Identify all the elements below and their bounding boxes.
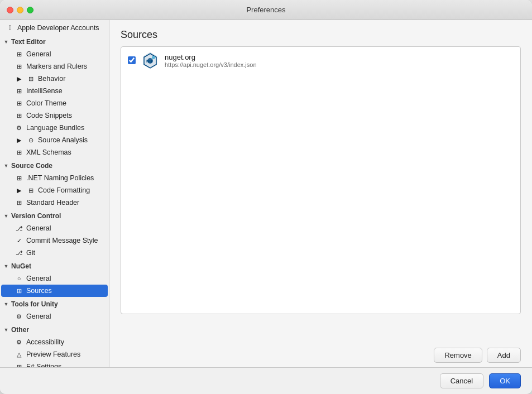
close-button[interactable] [7,7,13,13]
sidebar-section-source-code: ▼ Source Code ⊞ .NET Naming Policies ▶ ⊞… [0,160,109,209]
source-row-nuget-org: Nu nuget.org https://api.nuget.org/v3/in… [121,47,520,74]
nuget-org-icon: Nu [141,51,159,69]
behavior-icon: ⊞ [26,74,35,83]
sidebar-item-code-formatting[interactable]: ▶ ⊞ Code Formatting [1,184,108,196]
sidebar-item-standard-header[interactable]: ⊞ Standard Header [1,196,108,209]
commit-icon: ✓ [15,236,23,245]
chevron-down-icon-5: ▼ [2,300,10,308]
sidebar-item-fsharp-settings[interactable]: ⊞ F# Settings [1,361,108,367]
section-label-source-code: Source Code [11,162,52,170]
sidebar-item-xml-schemas[interactable]: ⊞ XML Schemas [1,146,108,158]
main-header: Sources [109,20,532,46]
sidebar-section-header-source-code[interactable]: ▼ Source Code [0,160,109,172]
content-area:  Apple Developer Accounts ▼ Text Editor… [0,20,532,367]
section-label-other: Other [11,326,29,334]
language-bundles-icon: ⚙ [15,123,23,132]
svg-point-3 [152,56,155,59]
sidebar-item-sources[interactable]: ⊞ Sources [1,285,108,297]
main-body: Nu nuget.org https://api.nuget.org/v3/in… [109,46,532,343]
xml-icon: ⊞ [15,148,23,157]
sidebar-item-language-bundles[interactable]: ⚙ Language Bundles [1,122,108,134]
sidebar-section-text-editor: ▼ Text Editor ⊞ General ⊞ Markers and Ru… [0,36,109,158]
sidebar-item-source-analysis[interactable]: ▶ ⊙ Source Analysis [1,134,108,146]
sidebar-section-nuget: ▼ NuGet ○ General ⊞ Sources [0,260,109,297]
sidebar-section-other: ▼ Other ⚙ Accessibility △ Preview Featur… [0,324,109,367]
sidebar-item-nuget-general[interactable]: ○ General [1,272,108,285]
code-snippets-icon: ⊞ [15,111,23,120]
standard-header-icon: ⊞ [15,198,23,207]
intellisense-icon: ⊞ [15,87,23,95]
list-footer-buttons: Remove Add [109,343,532,367]
sidebar-item-git[interactable]: ⎇ Git [1,247,108,259]
accessibility-icon: ⚙ [15,338,23,347]
bottom-bar: Cancel OK [0,367,532,394]
sidebar-item-code-snippets[interactable]: ⊞ Code Snippets [1,109,108,122]
sidebar-item-net-naming[interactable]: ⊞ .NET Naming Policies [1,172,108,184]
sidebar-section-version-control: ▼ Version Control ⎇ General ✓ Commit Mes… [0,210,109,259]
preview-features-icon: △ [15,350,23,359]
chevron-down-icon-6: ▼ [2,326,10,334]
sidebar-item-markers-rulers[interactable]: ⊞ Markers and Rulers [1,60,108,73]
add-button[interactable]: Add [487,348,521,363]
minimize-button[interactable] [17,7,23,13]
chevron-down-icon-3: ▼ [2,212,10,220]
section-label-version-control: Version Control [11,212,61,220]
sidebar-item-preview-features[interactable]: △ Preview Features [1,348,108,361]
traffic-lights [7,7,33,13]
sidebar-item-commit-message[interactable]: ✓ Commit Message Style [1,234,108,247]
git-icon: ⎇ [15,248,23,257]
apple-icon:  [6,23,15,32]
general-icon: ⊞ [15,50,23,59]
source-url: https://api.nuget.org/v3/index.json [165,61,257,68]
sidebar-section-header-other[interactable]: ▼ Other [0,324,109,336]
unity-general-icon: ⚙ [15,312,23,321]
sidebar-item-accessibility[interactable]: ⚙ Accessibility [1,336,108,348]
sidebar-item-unity-general[interactable]: ⚙ General [1,310,108,323]
source-checkbox-nuget-org[interactable] [128,56,136,64]
sidebar:  Apple Developer Accounts ▼ Text Editor… [0,20,109,367]
cancel-button[interactable]: Cancel [440,373,483,388]
vc-general-icon: ⎇ [15,224,23,233]
maximize-button[interactable] [27,7,33,13]
remove-button[interactable]: Remove [434,348,482,363]
fsharp-icon: ⊞ [15,362,23,367]
sidebar-section-header-tools-unity[interactable]: ▼ Tools for Unity [0,298,109,310]
code-formatting-chevron-icon: ▶ [15,186,23,195]
markers-icon: ⊞ [15,62,23,71]
source-analysis-icon: ⊙ [26,136,35,145]
nuget-general-icon: ○ [15,274,23,283]
code-formatting-icon: ⊞ [26,186,35,195]
main-panel: Sources Nu nu [109,20,532,367]
window-title: Preferences [246,6,285,14]
net-naming-icon: ⊞ [15,174,23,182]
sidebar-item-intellisense[interactable]: ⊞ IntelliSense [1,85,108,97]
sidebar-item-apple-accounts[interactable]:  Apple Developer Accounts [0,20,109,36]
svg-text:Nu: Nu [146,59,152,64]
source-name: nuget.org [165,53,257,61]
color-theme-icon: ⊞ [15,99,23,108]
chevron-down-icon-2: ▼ [2,162,10,170]
source-info-nuget-org: nuget.org https://api.nuget.org/v3/index… [165,53,257,68]
sidebar-item-behavior[interactable]: ▶ ⊞ Behavior [1,73,108,85]
sidebar-item-vc-general[interactable]: ⎇ General [1,222,108,234]
sidebar-section-header-text-editor[interactable]: ▼ Text Editor [0,36,109,48]
titlebar: Preferences [0,0,532,20]
sources-icon: ⊞ [15,286,23,295]
preferences-window: Preferences  Apple Developer Accounts ▼… [0,0,532,394]
sources-list: Nu nuget.org https://api.nuget.org/v3/in… [121,46,521,314]
behavior-chevron-icon: ▶ [15,74,23,83]
apple-accounts-label: Apple Developer Accounts [17,24,99,32]
sidebar-section-header-nuget[interactable]: ▼ NuGet [0,260,109,272]
section-label-nuget: NuGet [11,262,31,270]
sidebar-section-tools-unity: ▼ Tools for Unity ⚙ General [0,298,109,323]
section-label-text-editor: Text Editor [11,38,46,46]
source-analysis-chevron-icon: ▶ [15,136,23,145]
page-title: Sources [121,29,521,41]
sidebar-section-header-version-control[interactable]: ▼ Version Control [0,210,109,222]
sidebar-item-general[interactable]: ⊞ General [1,48,108,60]
chevron-down-icon: ▼ [2,38,10,46]
sidebar-item-color-theme[interactable]: ⊞ Color Theme [1,97,108,109]
ok-button[interactable]: OK [489,373,521,388]
section-label-tools-unity: Tools for Unity [11,300,58,308]
chevron-down-icon-4: ▼ [2,262,10,270]
